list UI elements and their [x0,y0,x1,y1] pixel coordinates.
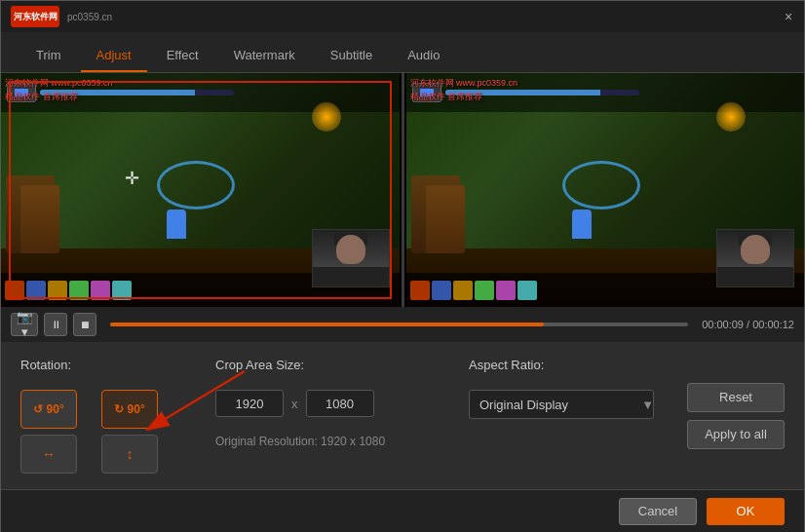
aspect-select[interactable]: Original Display 16:9 4:3 1:1 9:16 [469,390,654,419]
aspect-select-wrap: Original Display 16:9 4:3 1:1 9:16 ▼ [469,390,664,419]
aspect-label: Aspect Ratio: [469,358,664,372]
tab-bar: Trim Adjust Effect Watermark Subtitle Au… [1,32,804,73]
apply-all-button[interactable]: Apply to all [687,420,785,449]
crop-height-input[interactable] [306,390,374,417]
progress-bar[interactable] [110,323,688,326]
video-area: ✛ [1,73,804,307]
video-overlay-text-left: 河东软件网 www.pc0359.cn精品软件 首席推荐 [5,77,113,103]
crop-section: Crop Area Size: x Original Resolution: 1… [215,358,430,474]
playback-controls: 📷▾ ⏸ ⏹ 00:00:09 / 00:00:12 [1,307,804,342]
time-current: 00:00:09 [702,319,744,330]
time-separator: / [744,319,752,330]
rotate-cw-button[interactable]: ↻ 90° [101,390,158,429]
rotation-label: Rotation: [20,358,176,372]
resolution-label: Original Resolution: [215,435,318,448]
rotate-ccw-button[interactable]: ↺ 90° [20,390,77,429]
webcam-overlay-left [312,229,390,287]
camera-button[interactable]: 📷▾ [11,313,38,336]
tab-trim[interactable]: Trim [20,40,77,72]
footer: Cancel OK [1,489,804,532]
tab-subtitle[interactable]: Subtitle [315,40,388,72]
progress-fill [110,323,544,326]
crop-x-separator: x [291,397,298,411]
titlebar-subtitle: pc0359.cn [67,12,112,22]
flip-horizontal-button[interactable]: ↔ [20,435,77,474]
pause-button[interactable]: ⏸ [44,313,67,336]
video-overlay-text-right: 河东软件网 www.pc0359.cn精品软件 首席推荐 [410,77,518,103]
webcam-overlay-right [716,229,794,287]
rotation-section: Rotation: ↺ 90° ↻ 90° ↔ ↕ [20,358,176,474]
resolution-text: Original Resolution: 1920 x 1080 [215,435,430,448]
crop-width-input[interactable] [215,390,284,417]
time-total: 00:00:12 [752,319,794,330]
titlebar: 河东软件网 pc0359.cn × [1,1,804,32]
crop-inputs: x [215,390,430,417]
resolution-value: 1920 x 1080 [321,435,385,448]
tab-watermark[interactable]: Watermark [218,40,311,72]
rotation-buttons: ↺ 90° ↻ 90° ↔ ↕ [20,390,176,474]
ok-button[interactable]: OK [707,498,785,525]
tab-effect[interactable]: Effect [151,40,214,72]
reset-button[interactable]: Reset [687,383,785,412]
settings-area: Rotation: ↺ 90° ↻ 90° ↔ ↕ [1,342,804,489]
flip-vertical-button[interactable]: ↕ [101,435,158,474]
crop-label: Crop Area Size: [215,358,430,372]
tab-audio[interactable]: Audio [392,40,455,72]
app-logo: 河东软件网 [11,6,59,27]
video-panel-original: ✛ [1,73,400,307]
main-window: 河东软件网 pc0359.cn × Trim Adjust Effect Wat… [0,0,805,532]
aspect-section: Aspect Ratio: Original Display 16:9 4:3 … [469,358,664,474]
tab-adjust[interactable]: Adjust [81,40,147,72]
stop-button[interactable]: ⏹ [73,313,96,336]
close-button[interactable]: × [781,9,796,24]
action-buttons: Reset Apply to all [687,358,785,474]
time-display: 00:00:09 / 00:00:12 [702,319,794,330]
video-panel-preview: 河东软件网 www.pc0359.cn精品软件 首席推荐 [406,73,805,307]
cancel-button[interactable]: Cancel [619,498,697,525]
